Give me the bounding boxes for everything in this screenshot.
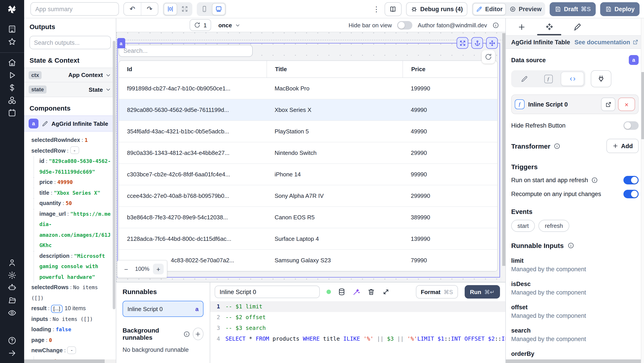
runnable-input-field: offset Managed by the component xyxy=(511,304,639,319)
windmill-logo-icon[interactable] xyxy=(0,0,24,18)
users-icon[interactable] xyxy=(8,258,16,267)
hide-bar-toggle[interactable] xyxy=(397,21,412,29)
table-row[interactable]: c303bce7-cb2e-42c6-8fdf-6aa01fc4e4...iPh… xyxy=(119,164,497,185)
undo-button[interactable]: ↶ xyxy=(124,3,141,15)
hide-refresh-toggle[interactable] xyxy=(624,121,639,130)
chevron-down-icon xyxy=(105,72,111,78)
frequency-select[interactable]: once xyxy=(218,22,240,29)
audit-eye-icon[interactable] xyxy=(8,308,16,317)
app-summary-input[interactable] xyxy=(30,2,119,16)
run-button[interactable]: Run⌘↵ xyxy=(464,285,500,298)
table-refresh-button[interactable] xyxy=(482,50,495,64)
favorites-star-icon[interactable] xyxy=(8,37,16,46)
tree-item: page:0 xyxy=(31,335,112,345)
table-search-input[interactable] xyxy=(118,45,253,57)
aggrid-component[interactable]: a Id Title Price f991898d- xyxy=(117,43,500,277)
center-layout-button[interactable] xyxy=(164,3,177,15)
code-area[interactable]: 1-- $1 limit 2-- $2 offset 3-- $3 search… xyxy=(210,301,505,363)
database-icon[interactable] xyxy=(338,288,346,296)
schedules-calendar-icon[interactable] xyxy=(8,108,16,117)
ai-wand-icon[interactable] xyxy=(352,288,360,296)
settings-horizontal-scrollbar[interactable] xyxy=(506,359,641,363)
recompute-toggle[interactable] xyxy=(624,190,639,198)
component-header-row[interactable]: a AgGrid Infinite Table xyxy=(24,116,116,132)
add-background-runnable-button[interactable] xyxy=(193,328,204,340)
run-on-start-toggle[interactable] xyxy=(624,176,639,184)
table-row[interactable]: b3e864c8-7fe3-4270-89e9-54c12038...Canon… xyxy=(119,207,497,228)
open-script-button[interactable] xyxy=(601,98,616,111)
table-row[interactable]: 2128adca-7fc6-44bd-800c-dc115df6ac...Sur… xyxy=(119,228,497,250)
component-tag[interactable]: a xyxy=(117,38,125,48)
table-row[interactable]: 4c83-8022-5e70a07a2...Samsung Galaxy S23… xyxy=(119,250,497,271)
editor-header: Format⌘S Run⌘↵ xyxy=(210,282,505,301)
script-name-input[interactable] xyxy=(215,285,320,298)
move-component-button[interactable] xyxy=(486,37,498,49)
help-icon[interactable] xyxy=(8,336,16,345)
column-header-title[interactable]: Title xyxy=(266,61,403,78)
outputs-horizontal-scrollbar[interactable] xyxy=(24,359,116,363)
fx-mode-button[interactable]: ƒ xyxy=(537,72,560,86)
external-link-icon xyxy=(632,39,639,45)
remove-script-button[interactable]: × xyxy=(618,98,635,111)
mobile-view-button[interactable] xyxy=(198,3,211,15)
runnable-item[interactable]: Inline Script 0 a xyxy=(122,301,204,317)
runs-play-icon[interactable] xyxy=(8,71,16,80)
table-row[interactable]: 89c0a336-1343-4812-ac34-e4bb8e27...Ninte… xyxy=(119,142,497,164)
trash-icon[interactable] xyxy=(367,288,375,296)
workers-robot-icon[interactable] xyxy=(8,283,16,292)
more-menu-icon[interactable]: ⋮ xyxy=(373,5,380,13)
column-header-price[interactable]: Price xyxy=(403,61,497,78)
insert-component-tab[interactable] xyxy=(508,18,535,35)
refresh-count-button[interactable]: 1 xyxy=(190,19,211,31)
collapse-button[interactable]: - xyxy=(67,346,76,354)
zoom-out-button[interactable]: − xyxy=(121,264,132,274)
table-row-selected[interactable]: 829ca080-5630-4562-9d5e-7611199d...Xbox … xyxy=(119,99,497,121)
event-refresh-pill[interactable]: refresh xyxy=(539,220,569,232)
fullwidth-layout-button[interactable] xyxy=(178,3,192,15)
folders-icon[interactable] xyxy=(8,296,16,305)
table-row[interactable]: f991898d-cb27-4ac7-b10c-0b9050ce1...MacB… xyxy=(119,78,497,99)
table-row[interactable]: 354f6afd-43ac-4321-b1bc-0b5e5adcb...Play… xyxy=(119,121,497,142)
variables-dollar-icon[interactable] xyxy=(8,83,16,92)
runnable-inputs-title: Runnable Inputs xyxy=(511,242,564,249)
workspace-icon[interactable] xyxy=(8,25,16,34)
expand-array-button[interactable]: [...] xyxy=(51,305,62,313)
canvas-vertical-scrollbar[interactable] xyxy=(502,32,505,282)
desktop-view-button[interactable] xyxy=(212,3,226,15)
format-button[interactable]: Format⌘S xyxy=(416,285,458,298)
collapse-button[interactable]: - xyxy=(70,146,79,154)
connect-plug-button[interactable] xyxy=(591,70,611,87)
static-mode-button[interactable] xyxy=(512,72,536,86)
windmill-app-editor: ↶ ↷ ⋮ Debug runs (4) Editor xyxy=(0,0,644,363)
settings-gear-icon[interactable] xyxy=(8,271,16,280)
search-outputs-input[interactable] xyxy=(30,36,111,49)
expand-editor-icon[interactable] xyxy=(382,288,390,296)
event-start-pill[interactable]: start xyxy=(511,220,535,232)
debug-runs-button[interactable]: Debug runs (4) xyxy=(406,2,467,16)
resources-cubes-icon[interactable] xyxy=(8,96,16,105)
column-header-id[interactable]: Id xyxy=(119,61,266,78)
editor-tab[interactable]: Editor xyxy=(473,3,506,15)
state-row[interactable]: state State xyxy=(24,82,116,97)
add-transformer-button[interactable]: Add xyxy=(606,139,639,153)
see-documentation-link[interactable]: See documentation xyxy=(574,39,639,46)
component-settings-tab[interactable] xyxy=(535,18,563,35)
docs-book-button[interactable] xyxy=(384,2,402,16)
ctx-row[interactable]: ctx App Context xyxy=(24,68,116,82)
preview-tab[interactable]: Preview xyxy=(507,3,544,15)
zoom-in-button[interactable]: + xyxy=(153,264,164,274)
pencil-icon[interactable] xyxy=(42,119,48,128)
redo-button[interactable]: ↷ xyxy=(141,3,158,15)
collapse-arrow-icon[interactable] xyxy=(8,349,16,358)
outputs-vertical-scrollbar[interactable] xyxy=(113,41,116,309)
styling-tab[interactable] xyxy=(563,18,591,35)
app-canvas[interactable]: a Id Title Price f991898d- xyxy=(116,32,505,282)
deploy-button[interactable]: Deploy xyxy=(600,2,640,16)
table-row[interactable]: ccee43dc-27e0-40a8-b768-b09579b0...Sony … xyxy=(119,185,497,207)
anchor-component-button[interactable] xyxy=(471,37,483,49)
window-vertical-scrollbar[interactable] xyxy=(641,18,644,363)
draft-button[interactable]: Draft⌘S xyxy=(550,2,596,16)
code-mode-button[interactable] xyxy=(561,72,584,86)
expand-component-button[interactable] xyxy=(456,37,468,49)
home-icon[interactable] xyxy=(8,58,16,67)
